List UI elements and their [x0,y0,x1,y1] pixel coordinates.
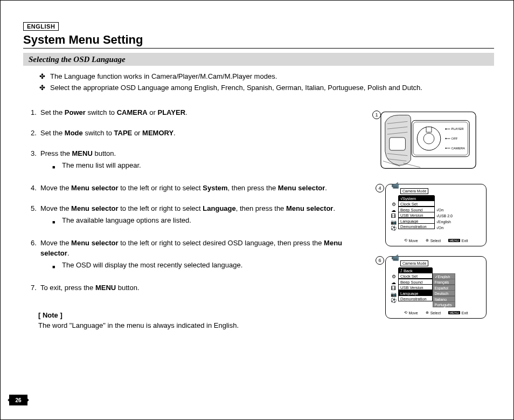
step-number: 7. [31,283,40,293]
menu-value: √On [436,225,453,231]
menu-item: Clock Set [398,273,433,279]
language-option: Español [433,285,455,291]
note-block: [ Note ] The word "Language" in the menu… [31,310,365,331]
subtitle: Selecting the OSD Language [29,55,126,64]
back-arrow-icon: ⤴ [400,269,402,273]
svg-point-4 [423,133,434,144]
bullet-text: Select the appropriate OSD Language amon… [50,82,422,93]
svg-point-9 [445,138,446,139]
menu-chip-icon: MENU [448,311,460,314]
svg-rect-12 [390,137,406,150]
switch-label-off: OFF [452,137,458,140]
mode-label: Camera Mode [400,260,428,266]
step-item: 6. Move the Menu selector to the left or… [31,238,365,272]
camera-icon: 📹 [391,254,399,261]
page-title: System Menu Setting [23,33,494,49]
gear-icon: ⚙ [391,274,397,279]
switch-label-player: PLAYER [452,127,464,130]
subtitle-bar: Selecting the OSD Language [23,53,494,66]
cloud-icon: ☁ [391,208,397,213]
step-number: 5. [31,203,40,228]
menu-item: Demonstration [398,223,435,229]
step-item: 4. Move the Menu selector to the left or… [31,183,365,193]
language-indicator: ENGLISH [23,22,59,31]
svg-point-7 [445,128,446,129]
page-number: 26 [9,395,27,405]
diagram-menu-system: 4 📹 Camera Mode ⚙ ☁ 🎞 📷 ⚽ √System [376,184,494,246]
step-item: 2. Set the Mode switch to TAPE or MEMORY… [31,128,365,138]
menu-item: Demonstration [398,295,433,301]
menu-value: √USB 2.0 [436,213,453,219]
diagram-number-badge: 1 [372,111,381,119]
language-option: ✓English [433,273,455,279]
power-switch-illustration: PLAYER OFF CAMERA [376,107,482,172]
cloud-icon: ☁ [391,280,397,285]
diagram-number-badge: 6 [376,256,384,265]
soccer-icon: ⚽ [391,225,397,231]
menu-item: USB Version [398,284,433,290]
step-item: 7. To exit, press the MENU button. [31,283,365,293]
menu-value [436,201,453,207]
select-icon: ⊕ [426,238,429,243]
square-bullet-icon: ■ [52,260,62,272]
bullet-mark-icon: ✤ [39,82,50,93]
step-number: 4. [31,183,40,193]
camera-small-icon: 📷 [391,292,397,297]
menu-item-system: √System [398,195,435,201]
square-bullet-icon: ■ [52,215,62,228]
menu-value: √On [436,207,453,213]
bullet-item: ✤ Select the appropriate OSD Language am… [39,82,494,93]
menu-item: Clock Set [398,201,435,206]
menu-item-language: Language [398,290,433,296]
menu-value: √English [436,219,453,225]
move-icon: ⟲ [404,311,407,315]
note-label: [ Note ] [38,310,365,320]
move-icon: ⟲ [404,238,407,243]
film-icon: 🎞 [391,286,397,291]
menu-item: Beep Sound [398,206,435,212]
mode-label: Camera Mode [400,188,428,194]
step-item: 5. Move the Menu selector to the left or… [31,203,365,228]
note-text: The word "Language" in the menu is alway… [38,320,365,331]
menu-chip-icon: MENU [448,239,460,242]
diagram-power-switch: 1 PLAYER OFF CAMERA [376,107,494,174]
diagram-number-badge: 4 [376,184,384,192]
step-number: 3. [31,148,40,173]
switch-label-camera: CAMERA [452,147,465,150]
diagram-menu-language: 6 📹 Camera Mode ⚙ ☁ 🎞 📷 ⚽ ⤴ Back [376,256,494,319]
language-option: Deutsch [433,290,455,296]
film-icon: 🎞 [391,214,397,219]
step-item: 1. Set the Power switch to CAMERA or PLA… [31,107,365,118]
language-option: Français [433,279,455,285]
camera-icon: 📹 [391,182,399,189]
camera-small-icon: 📷 [391,219,397,225]
bullet-text: The Language function works in Camera/Pl… [50,71,277,82]
step-item: 3. Press the MENU button. ■The menu list… [31,148,365,173]
square-bullet-icon: ■ [52,160,62,173]
step-number: 1. [31,107,40,118]
language-option: Italiano [433,296,455,302]
menu-item-back: ⤴ Back [398,267,433,273]
step-number: 6. [31,238,40,272]
svg-rect-5 [426,127,432,132]
bullet-mark-icon: ✤ [39,71,50,82]
menu-item: USB Version [398,212,435,218]
language-option: Português [433,301,455,307]
svg-point-11 [445,148,446,149]
gear-icon: ⚙ [391,202,397,207]
bullet-item: ✤ The Language function works in Camera/… [39,71,494,82]
select-icon: ⊕ [426,311,429,315]
menu-item: Language [398,218,435,224]
soccer-icon: ⚽ [391,298,397,303]
step-number: 2. [31,128,40,138]
menu-item: Beep Sound [398,279,433,285]
